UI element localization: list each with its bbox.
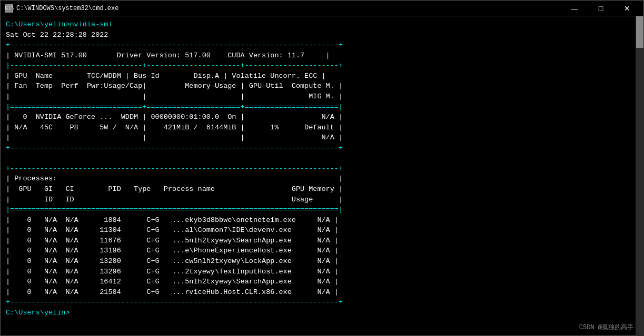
cmd-icon: C:\ — [5, 4, 13, 13]
divider3: |===============================+=======… — [6, 102, 638, 113]
scrollbar[interactable] — [636, 16, 644, 336]
divider6: |=======================================… — [6, 205, 638, 215]
divider7: +---------------------------------------… — [6, 297, 638, 308]
divider1: +---------------------------------------… — [6, 40, 638, 50]
process-row: | 0 N/A N/A 13280 C+G ...cw5nlh2txyewy\L… — [6, 256, 638, 267]
process-row: | 0 N/A N/A 13296 C+G ...2txyewy\TextInp… — [6, 267, 638, 277]
window-title: C:\WINDOWS\system32\cmd.exe — [16, 5, 562, 12]
process-list: | 0 N/A N/A 1884 C+G ...ekyb3d8bbwe\onet… — [6, 215, 638, 298]
titlebar: C:\ C:\WINDOWS\system32\cmd.exe — □ ✕ — [1, 1, 643, 16]
process-row: | 0 N/A N/A 21584 C+G ...rviceHub.Host.C… — [6, 287, 638, 298]
blank — [6, 153, 638, 164]
process-row: | 0 N/A N/A 11676 C+G ...5nlh2txyewy\Sea… — [6, 236, 638, 246]
process-row: | 0 N/A N/A 16412 C+G ...5nlh2txyewy\Sea… — [6, 277, 638, 287]
proc-cols1: | GPU GI CI PID Type Process name GPU Me… — [6, 184, 638, 195]
final-prompt: C:\Users\yelin> — [6, 308, 638, 318]
proc-header: | Processes: | — [6, 174, 638, 184]
maximize-button[interactable]: □ — [589, 1, 613, 16]
smi-info: | NVIDIA-SMI 517.00 Driver Version: 517.… — [6, 50, 638, 61]
process-row: | 0 N/A N/A 1884 C+G ...ekyb3d8bbwe\onet… — [6, 215, 638, 226]
minimize-button[interactable]: — — [562, 1, 587, 16]
process-row: | 0 N/A N/A 11304 C+G ...al\Common7\IDE\… — [6, 225, 638, 236]
header1: | GPU Name TCC/WDDM | Bus-Id Disp.A | Vo… — [6, 71, 638, 82]
gpu-row2: | N/A 45C P8 5W / N/A | 421MiB / 6144MiB… — [6, 123, 638, 133]
scrollbar-thumb[interactable] — [636, 16, 643, 48]
terminal-content: C:\Users\yelin>nvidia-smi Sat Oct 22 22:… — [1, 16, 643, 335]
divider5: +---------------------------------------… — [6, 164, 638, 174]
divider4: +---------------------------------------… — [6, 143, 638, 154]
prompt-line: C:\Users\yelin>nvidia-smi — [6, 19, 638, 30]
gpu-row1: | 0 NVIDIA GeForce ... WDDM | 00000000:0… — [6, 112, 638, 123]
datetime-line: Sat Oct 22 22:28:28 2022 — [6, 30, 638, 40]
window-controls: — □ ✕ — [562, 1, 639, 16]
header3: | | | MIG M. | — [6, 91, 638, 102]
gpu-row3: | | | N/A | — [6, 133, 638, 143]
close-button[interactable]: ✕ — [615, 1, 639, 16]
header2: | Fan Temp Perf Pwr:Usage/Cap| Memory-Us… — [6, 81, 638, 91]
proc-cols2: | ID ID Usage | — [6, 195, 638, 205]
divider2: |-------------------------------+-------… — [6, 60, 638, 71]
watermark: CSDN @孤独的高手 — [579, 323, 633, 332]
process-row: | 0 N/A N/A 13196 C+G ...e\PhoneExperien… — [6, 246, 638, 256]
